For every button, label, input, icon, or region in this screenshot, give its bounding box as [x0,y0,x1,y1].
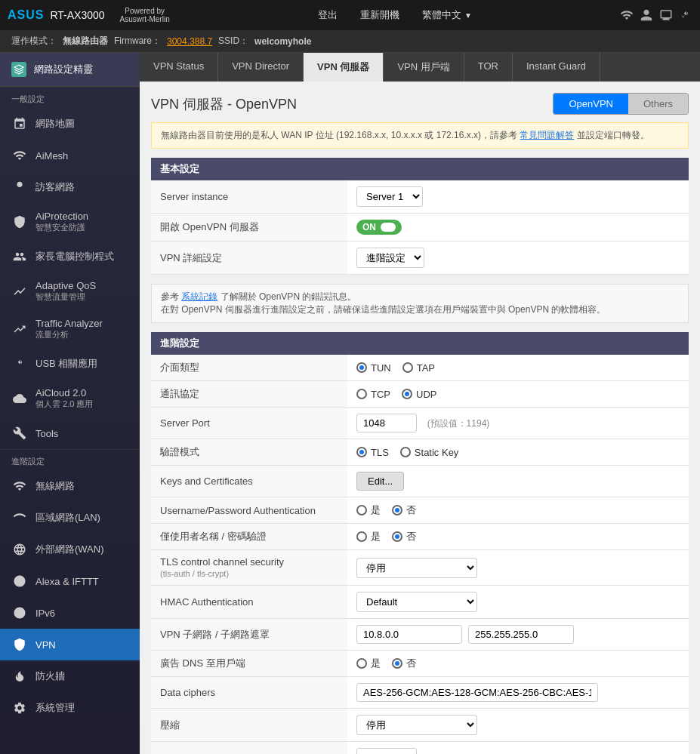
sidebar-item-adaptive-qos[interactable]: Adaptive QoS 智慧流量管理 [0,272,140,310]
server-port-hint: (預設值：1194) [427,418,490,429]
traffic-icon [11,321,28,337]
sidebar-item-vpn[interactable]: VPN [0,629,140,660]
tun-radio-item[interactable]: TUN [356,362,391,374]
sidebar-item-tools[interactable]: Tools [0,417,140,449]
sidebar-item-label: Alexa & IFTTT [35,576,99,587]
note-box: 參考 系統記錄 了解關於 OpenVPN 的錯誤訊息。 在對 OpenVPN 伺… [151,284,689,323]
server-port-input[interactable] [356,414,417,432]
sidebar-item-alexa[interactable]: Alexa & IFTTT [0,565,140,597]
sidebar: 網路設定精靈 一般設定 網路地圖 AiMesh 訪客網路 [0,53,140,754]
sidebar-item-label: Tools [35,428,58,439]
username-auth-radio-group: 是 否 [356,503,680,517]
tls-control-select[interactable]: 停用 [356,558,477,578]
tls-radio-item[interactable]: TLS [356,447,389,458]
log-verbosity-row: Log verbosity (Between 0 and 6. Default:… [151,742,689,755]
username-only-yes-item[interactable]: 是 [356,530,381,543]
advert-dns-no-item[interactable]: 否 [392,657,416,670]
hmac-auth-select[interactable]: Default [356,592,477,612]
udp-radio-item[interactable]: UDP [402,389,436,400]
server-instance-select[interactable]: Server 1 Server 2 [356,186,423,207]
protocol-radio-group: TCP UDP [356,389,680,400]
server-port-label: Server Port [151,408,347,439]
subnet-input[interactable] [356,625,462,644]
sidebar-item-wireless[interactable]: 無線網路 [0,470,140,502]
warning-box: 無線路由器目前使用的是私人 WAN IP 位址 (192.168.x.x, 10… [151,122,689,149]
shield-icon [11,214,28,230]
hmac-auth-row: HMAC Authentication Default [151,586,689,619]
sidebar-item-ipv6[interactable]: IPv6 [0,597,140,629]
openvpn-toggle-openvpn[interactable]: OpenVPN [554,94,628,114]
tab-vpn-client[interactable]: VPN 用戶端 [384,53,464,82]
sidebar-item-network-map[interactable]: 網路地圖 [0,108,140,140]
sidebar-item-label: AiMesh [35,150,68,162]
tls-control-sublabel: (tls-auth / tls-crypt) [160,569,229,578]
hmac-auth-label: HMAC Authentication [151,586,347,619]
tls-radio-circle [356,447,367,457]
sidebar-item-guest-network[interactable]: 訪客網路 [0,171,140,203]
tap-radio-item[interactable]: TAP [402,362,435,374]
sidebar-item-aicloud[interactable]: AiCloud 2.0 個人雲 2.0 應用 [0,380,140,417]
header: ASUS RT-AX3000 Powered by Asuswrt-Merlin… [0,0,700,30]
auth-mode-row: 驗證模式 TLS Static Key [151,439,689,466]
ipv6-icon [11,605,28,621]
firmware-link[interactable]: 3004.388.7 [167,36,212,47]
tun-label: TUN [371,362,391,374]
sidebar-item-sysmanage[interactable]: 系統管理 [0,692,140,724]
advert-dns-label: 廣告 DNS 至用戶端 [151,651,347,677]
syslog-link[interactable]: 系統記錄 [181,291,217,302]
edit-keys-button[interactable]: Edit... [356,472,404,491]
sidebar-item-traffic-analyzer[interactable]: Traffic Analyzer 流量分析 [0,310,140,348]
header-nav: 登出 重新開機 繁體中文 [318,8,472,22]
compress-select[interactable]: 停用 [356,715,477,735]
sidebar-item-wan[interactable]: 外部網路(WAN) [0,534,140,565]
tab-vpn-server[interactable]: VPN 伺服器 [304,53,384,82]
toggle-slider [381,223,396,232]
udp-label: UDP [416,389,436,400]
sidebar-item-aiprotection[interactable]: AiProtection 智慧安全防護 [0,203,140,241]
tap-radio-circle [402,362,413,373]
basic-settings-table: Server instance Server 1 Server 2 開啟 Ope… [151,180,689,275]
tcp-radio-item[interactable]: TCP [356,389,390,400]
sidebar-item-label: 家長電腦控制程式 [35,250,114,263]
language-selector[interactable]: 繁體中文 [422,8,472,22]
sidebar-wizard[interactable]: 網路設定精靈 [0,53,140,87]
page-title: VPN 伺服器 - OpenVPN [151,95,297,113]
openvpn-toggle-others[interactable]: Others [628,94,688,114]
enable-openvpn-label: 開啟 OpenVPN 伺服器 [151,214,347,242]
tab-tor[interactable]: TOR [464,53,513,82]
sidebar-item-firewall[interactable]: 防火牆 [0,660,140,692]
sidebar-item-label: 系統管理 [35,701,75,715]
cloud-icon [11,390,28,407]
advert-dns-row: 廣告 DNS 至用戶端 是 否 [151,651,689,677]
note-line1: 參考 系統記錄 了解關於 OpenVPN 的錯誤訊息。 [161,291,679,303]
tab-instant-guard[interactable]: Instant Guard [513,53,600,82]
sidebar-item-lan[interactable]: 區域網路(LAN) [0,502,140,534]
sidebar-item-parental[interactable]: 家長電腦控制程式 [0,241,140,272]
reboot-link[interactable]: 重新開機 [360,8,399,22]
sidebar-section-general: 一般設定 [0,87,140,108]
wifi-icon [620,8,634,22]
sidebar-item-usb-apps[interactable]: USB 相關應用 [0,348,140,380]
sidebar-section-advanced: 進階設定 [0,449,140,470]
username-only-yes-label: 是 [371,530,381,543]
data-ciphers-input[interactable] [356,683,598,702]
vpn-detail-select[interactable]: 進階設定 基本設定 [356,248,424,268]
content-area: VPN 伺服器 - OpenVPN OpenVPN Others 無線路由器目前… [140,82,700,754]
protocol-row: 通訊協定 TCP UDP [151,381,689,408]
advert-dns-yes-item[interactable]: 是 [356,657,381,670]
warning-link[interactable]: 常見問題解答 [520,130,574,140]
openvpn-enable-toggle[interactable]: ON [356,220,402,235]
sidebar-item-aimesh[interactable]: AiMesh [0,140,140,171]
username-auth-yes-item[interactable]: 是 [356,503,381,517]
tab-vpn-status[interactable]: VPN Status [140,53,218,82]
static-key-radio-item[interactable]: Static Key [400,447,459,458]
tab-vpn-director[interactable]: VPN Director [218,53,304,82]
subnet-mask-input[interactable] [468,625,574,644]
username-only-label: 僅使用者名稱 / 密碼驗證 [151,524,347,550]
sidebar-item-sublabel: 個人雲 2.0 應用 [35,399,93,410]
logout-link[interactable]: 登出 [318,8,338,22]
log-verbosity-input[interactable] [356,748,417,754]
username-only-no-item[interactable]: 否 [392,530,416,543]
username-auth-no-item[interactable]: 否 [392,503,416,517]
toggle-on-text: ON [362,222,376,232]
